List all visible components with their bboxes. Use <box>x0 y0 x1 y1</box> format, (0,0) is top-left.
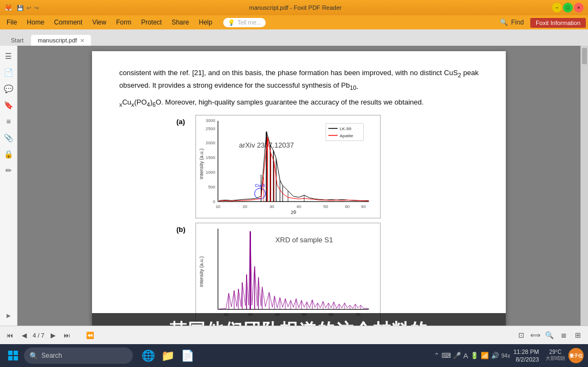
tray-font-icon[interactable]: A <box>463 352 468 360</box>
app-icon: 🦊 <box>4 4 13 11</box>
document-page: consistent with the ref. [21], and on th… <box>92 51 506 326</box>
security-icon[interactable]: 🔒 <box>3 148 15 160</box>
svg-rect-79 <box>14 356 18 360</box>
tab-start[interactable]: Start <box>4 35 30 46</box>
svg-text:XRD of sample S1: XRD of sample S1 <box>275 235 333 243</box>
svg-text:10: 10 <box>216 204 220 209</box>
svg-text:LK-99: LK-99 <box>340 126 352 131</box>
nav-first-button[interactable]: ⏮ <box>4 330 15 341</box>
subtitle-overlay: 韩国他们团队报道的这个材料的 <box>92 313 506 326</box>
taskbar-chrome[interactable]: 🌐 <box>139 347 157 364</box>
view-mode-icon[interactable]: ≣ <box>558 329 569 341</box>
svg-text:50: 50 <box>323 204 328 209</box>
comments-icon[interactable]: 💬 <box>3 83 15 95</box>
menu-bar: File Home Comment View Form Protect Shar… <box>0 15 588 29</box>
tab-manuscript[interactable]: manuscript.pdf ✕ <box>31 35 91 46</box>
tray-battery-icon[interactable]: 🔋 <box>470 352 479 359</box>
minimize-button[interactable]: − <box>552 3 562 13</box>
chart-b: Intensity (a.u.) XRD of sample S1 20 30 … <box>195 223 381 326</box>
document-area[interactable]: consistent with the ref. [21], and on th… <box>17 46 580 326</box>
redo-btn[interactable]: ↪ <box>34 5 39 11</box>
subtitle-text: 韩国他们团队报道的这个材料的 <box>169 320 428 326</box>
lightbulb-icon: 💡 <box>228 19 235 26</box>
nav-next-button[interactable]: ▶ <box>47 330 58 341</box>
zoom-out-icon[interactable]: 🔍 <box>543 329 555 341</box>
menu-share[interactable]: Share <box>167 17 193 27</box>
chart-b-wrapper: (b) Intensity (a.u.) XRD of sample S1 20 <box>195 223 402 326</box>
foxit-info-button[interactable]: Foxit Information <box>530 18 586 28</box>
svg-text:2θ: 2θ <box>291 210 296 215</box>
clock-date: 8/2/2023 <box>513 356 539 363</box>
taskbar-apps: 🌐 📁 📄 <box>139 347 196 364</box>
menu-protect[interactable]: Protect <box>137 17 166 27</box>
nav-last-button[interactable]: ⏭ <box>62 330 72 341</box>
tray-avatar[interactable]: 量子位 <box>568 348 584 363</box>
title-bar: 🦊 💾 ↩ ↪ manuscript.pdf - Foxit PDF Reade… <box>0 0 588 15</box>
svg-text:30: 30 <box>270 204 274 209</box>
fast-backward-button[interactable]: ⏪ <box>84 330 95 341</box>
fit-page-icon[interactable]: ⊡ <box>515 329 527 341</box>
tray-network-icon[interactable]: 📶 <box>481 352 489 359</box>
main-area: ☰ 📄 💬 🔖 ≡ 📎 🔒 ✏ ▶ consistent with the re… <box>0 46 588 326</box>
svg-text:Intensity (a.u.): Intensity (a.u.) <box>199 149 204 179</box>
svg-text:Cu₂S: Cu₂S <box>255 182 265 187</box>
attachment-icon[interactable]: 📎 <box>3 132 15 144</box>
search-label: Search <box>41 352 62 359</box>
nav-panel-icon[interactable]: ☰ <box>3 50 15 62</box>
window-title: manuscript.pdf - Foxit PDF Reader <box>39 4 552 11</box>
svg-rect-78 <box>8 356 13 360</box>
chart-a-svg: Intensity (a.u.) 0 500 1000 1500 2000 25… <box>196 115 380 218</box>
menu-view[interactable]: View <box>88 17 111 27</box>
fit-width-icon[interactable]: ⟺ <box>529 329 541 341</box>
svg-text:3000: 3000 <box>206 118 216 123</box>
close-button[interactable]: × <box>574 3 584 13</box>
bottom-toolbar: ⏮ ◀ 4 / 7 ▶ ⏭ ⏪ ⊡ ⟺ 🔍 ≣ ⊞ <box>0 326 588 344</box>
layers-icon[interactable]: ≡ <box>3 115 15 127</box>
tray-icons: ⌃ ⌨ 🎤 A 🔋 📶 🔊 94x <box>434 352 510 360</box>
time-date[interactable]: 11:28 PM 8/2/2023 <box>513 348 539 364</box>
menu-file[interactable]: File <box>2 17 21 27</box>
weather-desc: 大部晴朗 <box>546 355 565 362</box>
find-area: 🔍 Find <box>500 19 524 26</box>
tray-mic-icon[interactable]: 🎤 <box>453 352 461 359</box>
maximize-button[interactable]: □ <box>563 3 573 13</box>
taskbar-search[interactable]: 🔍 Search <box>24 347 133 364</box>
tray-settings-icon[interactable]: ⌃ <box>434 352 439 359</box>
nav-prev-button[interactable]: ◀ <box>19 330 29 341</box>
svg-text:20: 20 <box>242 204 247 209</box>
quick-access[interactable]: 💾 <box>17 5 23 11</box>
chart-a-label: (a) <box>176 118 185 126</box>
page-info: 4 / 7 <box>33 332 44 339</box>
svg-rect-76 <box>8 351 13 355</box>
clock-time: 11:28 PM <box>513 348 539 356</box>
tray-keyboard-icon[interactable]: ⌨ <box>442 352 451 359</box>
taskbar-foxit[interactable]: 📄 <box>179 347 196 364</box>
document-text: consistent with the ref. [21], and on th… <box>119 68 479 109</box>
panel-icon[interactable]: ⊞ <box>572 329 584 341</box>
expand-arrow-icon[interactable]: ▶ <box>3 309 15 321</box>
tab-close-icon[interactable]: ✕ <box>80 38 84 44</box>
tray-volume-icon[interactable]: 🔊 <box>491 352 499 359</box>
right-scrollbar[interactable] <box>580 46 588 326</box>
taskbar-explorer[interactable]: 📁 <box>159 347 176 364</box>
start-button[interactable] <box>4 347 22 364</box>
svg-text:0: 0 <box>213 199 216 204</box>
charts-container: (a) Intensity (a.u.) 0 500 1000 <box>119 115 479 326</box>
paragraph-1: consistent with the ref. [21], and on th… <box>119 68 479 93</box>
tell-me-text: Tell me... <box>237 19 261 26</box>
menu-form[interactable]: Form <box>112 17 136 27</box>
tab-bar: Start manuscript.pdf ✕ <box>0 29 588 46</box>
menu-home[interactable]: Home <box>22 17 48 27</box>
chart-a-wrapper: (a) Intensity (a.u.) 0 500 1000 <box>195 115 402 218</box>
menu-help[interactable]: Help <box>194 17 217 27</box>
undo-btn[interactable]: ↩ <box>27 5 31 11</box>
tray-battery-pct: 94x <box>501 353 510 359</box>
tell-me-box[interactable]: 💡 Tell me... <box>223 18 266 27</box>
left-toolbar: ☰ 📄 💬 🔖 ≡ 📎 🔒 ✏ ▶ <box>0 46 17 326</box>
sign-icon[interactable]: ✏ <box>3 164 15 176</box>
menu-comment[interactable]: Comment <box>50 17 87 27</box>
bookmark-icon[interactable]: 🔖 <box>3 99 15 111</box>
pages-icon[interactable]: 📄 <box>3 66 15 78</box>
svg-text:60: 60 <box>345 204 350 209</box>
svg-text:40: 40 <box>296 204 301 209</box>
